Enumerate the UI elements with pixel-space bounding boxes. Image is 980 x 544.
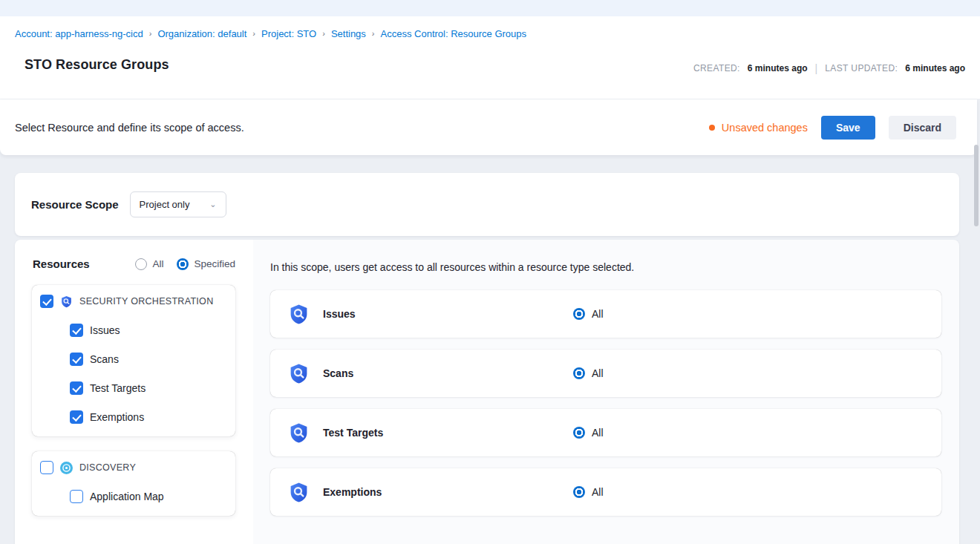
access-radio-label: All	[592, 308, 604, 320]
resource-row-label: Issues	[323, 308, 573, 320]
radio-specified-label: Specified	[194, 258, 235, 269]
radio-selected-icon[interactable]	[573, 486, 585, 498]
tree-group-row[interactable]: DISCOVERY	[40, 461, 226, 474]
resource-scope-card: Resource Scope Project only ⌄	[15, 173, 959, 236]
resources-title: Resources	[33, 258, 90, 270]
checkbox-issues[interactable]	[70, 324, 83, 337]
radio-all-icon[interactable]	[135, 258, 147, 270]
access-radio-all[interactable]: All	[573, 308, 604, 320]
radio-specified-icon[interactable]	[177, 258, 189, 270]
resource-group-security-orchestration: SECURITY ORCHESTRATION Issues Scans Test…	[32, 285, 235, 436]
breadcrumb-access-control[interactable]: Access Control: Resource Groups	[381, 28, 527, 39]
radio-selected-icon[interactable]	[573, 367, 585, 379]
resources-mode-radio-group: All Specified	[135, 258, 235, 270]
unsaved-dot-icon	[709, 125, 715, 131]
breadcrumb-account[interactable]: Account: app-harness-ng-cicd	[15, 28, 143, 39]
checkbox-discovery[interactable]	[40, 461, 53, 474]
resource-rows: Issues All Scans All Test Targets	[253, 273, 959, 516]
created-label: CREATED:	[693, 63, 740, 73]
unsaved-changes-indicator: Unsaved changes	[709, 122, 808, 134]
scope-detail-panel: In this scope, users get access to all r…	[253, 240, 959, 544]
resource-row-label: Exemptions	[323, 486, 573, 498]
radio-all[interactable]: All	[135, 258, 163, 270]
tree-group-row[interactable]: SECURITY ORCHESTRATION	[40, 295, 226, 308]
toolbar-description: Select Resource and define its scope of …	[15, 122, 244, 134]
discard-button[interactable]: Discard	[889, 116, 956, 140]
breadcrumb-separator-icon: ›	[372, 29, 375, 38]
resource-row-scans: Scans All	[270, 350, 941, 397]
radio-specified[interactable]: Specified	[177, 258, 235, 270]
access-radio-label: All	[592, 367, 604, 379]
group-label: SECURITY ORCHESTRATION	[79, 296, 213, 307]
sto-shield-icon	[288, 422, 310, 444]
tree-item-issues[interactable]: Issues	[70, 324, 226, 337]
vertical-scrollbar[interactable]	[974, 145, 979, 226]
tree-item-label: Test Targets	[90, 382, 146, 394]
breadcrumb-project[interactable]: Project: STO	[261, 28, 316, 39]
resource-row-exemptions: Exemptions All	[270, 468, 941, 516]
tree-item-exemptions[interactable]: Exemptions	[70, 410, 226, 424]
group-label: DISCOVERY	[79, 462, 136, 473]
radio-selected-icon[interactable]	[573, 427, 585, 439]
resource-scope-select[interactable]: Project only ⌄	[130, 191, 226, 217]
chevron-down-icon: ⌄	[209, 200, 216, 209]
checkbox-scans[interactable]	[70, 353, 83, 366]
toolbar-actions: Unsaved changes Save Discard	[709, 116, 956, 140]
last-updated-value: 6 minutes ago	[905, 63, 965, 73]
radio-selected-icon[interactable]	[573, 308, 585, 320]
unsaved-changes-label: Unsaved changes	[722, 122, 808, 134]
resource-scope-selected-value: Project only	[140, 199, 198, 210]
header-meta: CREATED: 6 minutes ago | LAST UPDATED: 6…	[693, 62, 965, 74]
checkbox-exemptions[interactable]	[70, 410, 83, 424]
tree-item-label: Issues	[90, 324, 120, 336]
access-radio-all[interactable]: All	[573, 367, 604, 379]
resource-scope-label: Resource Scope	[31, 198, 119, 211]
tree-item-test-targets[interactable]: Test Targets	[70, 381, 226, 395]
checkbox-test-targets[interactable]	[70, 381, 83, 395]
content-area: Resources All Specified SECURITY ORCHES	[15, 240, 959, 544]
resources-panel: Resources All Specified SECURITY ORCHES	[15, 240, 253, 544]
sto-shield-icon	[288, 482, 310, 503]
sto-shield-icon	[288, 304, 310, 325]
created-value: 6 minutes ago	[748, 63, 808, 73]
top-band	[0, 0, 980, 16]
sto-shield-icon	[288, 363, 310, 384]
last-updated-label: LAST UPDATED:	[825, 63, 898, 73]
breadcrumb-separator-icon: ›	[149, 29, 152, 38]
resource-row-label: Test Targets	[323, 427, 573, 439]
breadcrumb-organization[interactable]: Organization: default	[157, 28, 246, 39]
meta-divider: |	[815, 62, 818, 74]
action-toolbar: Select Resource and define its scope of …	[0, 99, 977, 155]
save-button[interactable]: Save	[821, 116, 875, 140]
resource-row-test-targets: Test Targets All	[270, 409, 941, 456]
access-radio-label: All	[592, 427, 604, 439]
resource-row-label: Scans	[323, 367, 573, 379]
access-radio-all[interactable]: All	[573, 486, 604, 498]
radio-all-label: All	[152, 258, 163, 269]
checkbox-application-map[interactable]	[70, 490, 83, 503]
breadcrumb-settings[interactable]: Settings	[331, 28, 366, 39]
resources-header: Resources All Specified	[15, 240, 253, 270]
checkbox-security-orchestration[interactable]	[40, 295, 53, 308]
breadcrumb-separator-icon: ›	[322, 29, 325, 38]
access-radio-all[interactable]: All	[573, 427, 604, 439]
access-radio-label: All	[592, 486, 604, 498]
tree-item-label: Scans	[90, 353, 119, 365]
resource-group-discovery: DISCOVERY Application Map	[32, 451, 235, 516]
sto-shield-icon	[60, 295, 73, 308]
breadcrumb: Account: app-harness-ng-cicd › Organizat…	[0, 16, 980, 39]
tree-item-label: Application Map	[90, 491, 164, 502]
scope-hint-text: In this scope, users get access to all r…	[253, 240, 959, 273]
breadcrumb-separator-icon: ›	[252, 29, 255, 38]
discovery-icon	[60, 462, 73, 474]
tree-item-scans[interactable]: Scans	[70, 353, 226, 366]
tree-item-application-map[interactable]: Application Map	[70, 490, 226, 503]
resource-row-issues: Issues All	[270, 290, 941, 338]
tree-item-label: Exemptions	[90, 411, 144, 423]
page-header: Account: app-harness-ng-cicd › Organizat…	[0, 0, 980, 99]
